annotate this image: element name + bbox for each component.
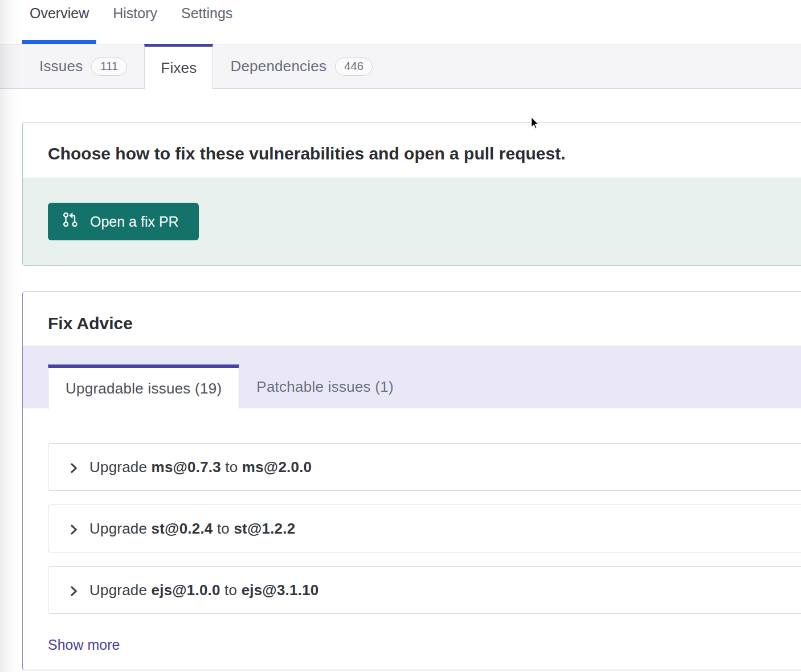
project-tab-label: Issues (39, 58, 83, 75)
project-tab-strip: Issues111FixesDependencies446 (0, 44, 801, 89)
upgrade-item[interactable]: Upgrade ejs@1.0.0 to ejs@3.1.10 (48, 566, 801, 614)
project-tab-fixes[interactable]: Fixes (144, 44, 213, 89)
upgrade-item-to-package: ejs@3.1.10 (242, 581, 319, 599)
upgrade-item-connector: to (220, 581, 242, 599)
project-tabs: Issues111FixesDependencies446 (0, 44, 801, 89)
fix-advice-tab-label: Upgradable issues (19) (66, 380, 222, 398)
open-fix-pr-button[interactable]: Open a fix PR (48, 203, 199, 240)
fix-advice-tab-label: Patchable issues (1) (256, 378, 394, 396)
fix-banner-card: Choose how to fix these vulnerabilities … (22, 122, 801, 266)
project-tab-dependencies[interactable]: Dependencies446 (213, 44, 390, 89)
upgrade-item-connector: to (221, 458, 242, 476)
project-tab-label: Fixes (161, 59, 197, 77)
left-edge-shadow (0, 0, 19, 672)
fix-advice-tab-upgradable[interactable]: Upgradable issues (19) (48, 364, 239, 409)
upgrade-item-connector: to (212, 520, 234, 537)
top-nav-bar: OverviewHistorySettings (0, 0, 801, 44)
chevron-right-icon (70, 523, 78, 536)
top-nav-item-history[interactable]: History (105, 0, 165, 44)
fix-banner-title: Choose how to fix these vulnerabilities … (48, 143, 801, 165)
upgrade-item-prefix: Upgrade (89, 520, 152, 537)
top-nav-item-label: Overview (30, 5, 89, 22)
fix-advice-tab-strip: Upgradable issues (19)Patchable issues (… (23, 346, 801, 408)
upgrade-item-prefix: Upgrade (89, 581, 152, 599)
top-nav: OverviewHistorySettings (0, 0, 801, 44)
show-more-link[interactable]: Show more (48, 636, 120, 653)
project-tab-count-badge: 111 (91, 58, 127, 76)
upgrade-item-text: Upgrade ms@0.7.3 to ms@2.0.0 (89, 458, 312, 476)
fix-advice-card: Fix Advice Upgradable issues (19)Patchab… (22, 292, 801, 670)
upgrade-item-to-package: st@1.2.2 (234, 520, 295, 537)
fix-advice-tab-patchable[interactable]: Patchable issues (1) (239, 364, 411, 409)
project-tab-issues[interactable]: Issues111 (22, 44, 144, 89)
upgrade-item[interactable]: Upgrade st@0.2.4 to st@1.2.2 (48, 505, 801, 552)
upgrade-item-prefix: Upgrade (89, 458, 152, 476)
pull-request-icon (63, 212, 78, 227)
upgrade-item-from-package: ms@0.7.3 (152, 458, 221, 476)
upgrade-item-to-package: ms@2.0.0 (242, 458, 312, 476)
fix-banner-body: Open a fix PR (23, 178, 801, 265)
top-nav-item-label: History (113, 5, 157, 22)
fix-advice-header: Fix Advice (23, 292, 801, 346)
project-tab-count-badge: 446 (335, 58, 373, 76)
project-tab-label: Dependencies (230, 58, 326, 75)
main-content: Choose how to fix these vulnerabilities … (22, 122, 801, 670)
top-nav-item-settings[interactable]: Settings (174, 0, 240, 44)
upgrade-list: Upgrade ms@0.7.3 to ms@2.0.0Upgrade st@0… (48, 443, 801, 614)
chevron-right-icon (70, 585, 78, 597)
open-fix-pr-label: Open a fix PR (90, 214, 179, 230)
upgrade-item-from-package: st@0.2.4 (152, 520, 213, 537)
upgrade-item-text: Upgrade st@0.2.4 to st@1.2.2 (89, 520, 295, 538)
fix-advice-title: Fix Advice (48, 313, 801, 334)
top-nav-item-overview[interactable]: Overview (22, 0, 96, 44)
chevron-right-icon (70, 462, 78, 474)
fix-advice-tabs: Upgradable issues (19)Patchable issues (… (48, 364, 801, 409)
upgrade-item[interactable]: Upgrade ms@0.7.3 to ms@2.0.0 (48, 443, 801, 491)
top-nav-item-label: Settings (181, 5, 232, 22)
upgrade-item-text: Upgrade ejs@1.0.0 to ejs@3.1.10 (89, 581, 318, 599)
upgrade-item-from-package: ejs@1.0.0 (152, 581, 220, 599)
fix-advice-body: Upgrade ms@0.7.3 to ms@2.0.0Upgrade st@0… (23, 408, 801, 670)
fix-banner-header: Choose how to fix these vulnerabilities … (23, 122, 801, 178)
